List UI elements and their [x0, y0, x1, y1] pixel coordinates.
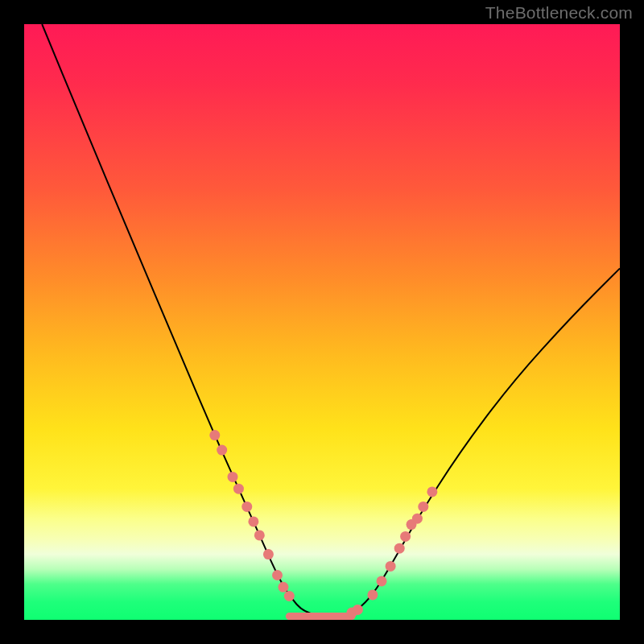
watermark-text: TheBottleneck.com: [485, 3, 633, 23]
right-bead-cluster: [347, 486, 438, 617]
marker-dot: [254, 530, 265, 540]
marker-dot: [284, 591, 295, 601]
marker-dot: [228, 472, 238, 482]
plot-area: [24, 24, 620, 620]
marker-dot: [278, 582, 288, 592]
marker-dot: [353, 605, 363, 615]
marker-dot: [233, 484, 244, 494]
marker-dot: [272, 570, 283, 580]
marker-dot: [394, 543, 405, 554]
marker-dot: [248, 516, 258, 526]
marker-dot: [427, 486, 437, 497]
chart-svg: [24, 24, 620, 620]
marker-dot: [386, 561, 396, 572]
marker-dot: [418, 502, 428, 512]
marker-dot: [209, 430, 220, 440]
bottleneck-curve: [42, 24, 620, 617]
marker-dot: [217, 445, 227, 456]
marker-dot: [263, 549, 274, 559]
marker-dot: [400, 531, 411, 542]
left-bead-cluster: [209, 430, 295, 601]
marker-dot: [367, 589, 378, 600]
marker-dot: [377, 576, 387, 586]
marker-dot: [412, 514, 423, 524]
chart-frame: TheBottleneck.com: [0, 0, 644, 644]
marker-dot: [242, 502, 252, 512]
